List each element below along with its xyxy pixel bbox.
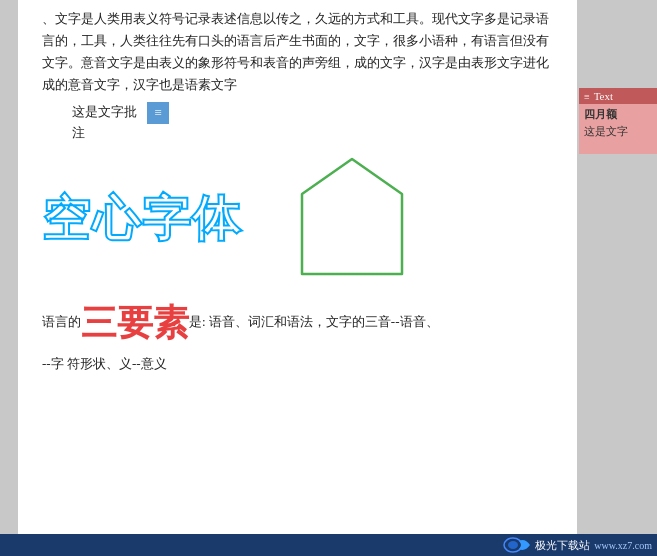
document-area: 、文字是人类用表义符号记录表述信息以传之，久远的方式和工具。现代文字多是记录语言… [18,0,577,556]
watermark-text: 极光下载站 [535,538,590,553]
hollow-text: 空心字体 [42,187,242,251]
svg-point-1 [508,541,518,549]
right-panel-tab[interactable]: ≡ Text [579,88,657,104]
right-panel-content: 四月额 这是文字 [579,104,657,154]
three-elements-prefix: 语言的 [42,314,81,329]
annotation-text: 这是文字批注 [72,102,137,144]
three-elements-line3: --字 符形状、义--意义 [42,356,167,371]
bottom-bar: 极光下载站 www.xz7.com [0,534,657,556]
house-shape [292,154,412,284]
main-container: 、文字是人类用表义符号记录表述信息以传之，久远的方式和工具。现代文字多是记录语言… [0,0,657,556]
panel-title: 四月额 [584,107,652,122]
three-elements-section: 语言的三要素是: 语音、词汇和语法，文字的三音--语音、 --字 符形状、义--… [42,292,553,375]
watermark-url: www.xz7.com [594,540,652,551]
three-elements-red: 三要素 [81,302,189,343]
annotation-icon[interactable]: ≡ [147,102,169,124]
hollow-text-section: 空心字体 [42,154,553,284]
top-paragraph: 、文字是人类用表义符号记录表述信息以传之，久远的方式和工具。现代文字多是记录语言… [42,8,553,96]
tab-label: Text [594,90,613,102]
left-margin [0,0,18,556]
panel-text: 这是文字 [584,124,652,139]
three-elements-suffix: 是: 语音、词汇和语法，文字的三音--语音、 [189,314,439,329]
right-panel-inner: ≡ Text 四月额 这是文字 [579,88,657,154]
watermark-logo-icon [503,537,531,553]
comment-icon: ≡ [584,91,590,102]
right-panel: ≡ Text 四月额 这是文字 [577,0,657,556]
annotation-section: 这是文字批注 ≡ [72,102,553,144]
